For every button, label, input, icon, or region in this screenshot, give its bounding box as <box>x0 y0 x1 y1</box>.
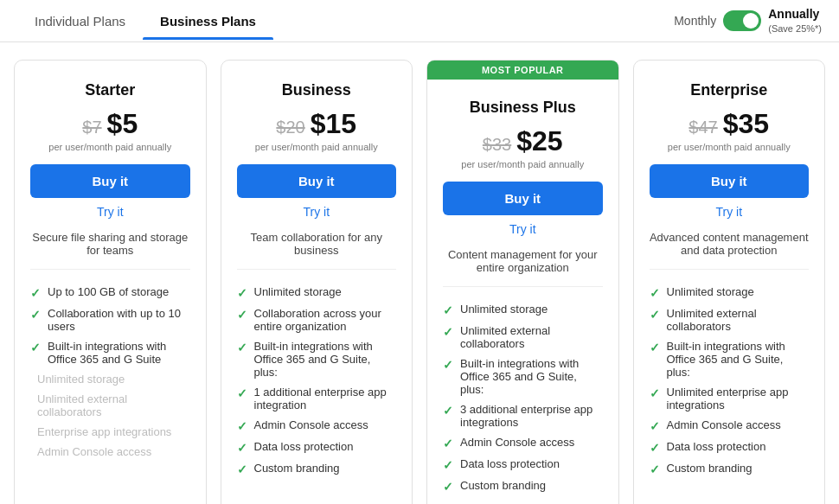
plan-card-business-plus: MOST POPULAR Business Plus $33 $25 per u… <box>426 60 619 504</box>
feature-item: ✓Built-in integrations with Office 365 a… <box>650 336 810 382</box>
old-price-business-plus: $33 <box>483 135 511 155</box>
check-icon: ✓ <box>237 341 247 354</box>
feature-item: ✓Built-in integrations with Office 365 a… <box>443 354 603 399</box>
feature-item: ✓3 additional enterprise app integration… <box>443 399 603 432</box>
billing-toggle: Monthly Annually (Save 25%*) <box>674 0 822 41</box>
plan-desc-starter: Secure file sharing and storage for team… <box>30 231 190 270</box>
price-note-business: per user/month paid annually <box>237 142 397 152</box>
check-icon: ✓ <box>30 286 41 300</box>
try-link-starter[interactable]: Try it <box>30 205 190 219</box>
check-icon: ✓ <box>443 358 453 372</box>
new-price-starter: $5 <box>107 108 138 140</box>
new-price-business-plus: $25 <box>516 125 562 157</box>
feature-item: ✓Unlimited external collaborators <box>650 303 810 336</box>
old-price-enterprise: $47 <box>688 118 717 137</box>
feature-item: ✓Custom branding <box>237 458 397 480</box>
feature-item: ✓Unlimited enterprise app integrations <box>650 382 810 415</box>
feature-item-disabled: Unlimited external collaborators <box>30 389 190 422</box>
feature-item: ✓Admin Console access <box>237 415 397 437</box>
check-icon: ✓ <box>650 463 660 476</box>
plan-name-enterprise: Enterprise <box>650 81 810 99</box>
feature-item: ✓Built-in integrations with Office 365 a… <box>237 336 397 382</box>
price-note-enterprise: per user/month paid annually <box>650 142 810 152</box>
popular-badge: MOST POPULAR <box>427 61 618 80</box>
check-icon: ✓ <box>443 480 453 494</box>
check-icon: ✓ <box>443 437 453 450</box>
feature-item: ✓Admin Console access <box>650 415 810 437</box>
check-icon: ✓ <box>650 441 660 455</box>
feature-item: ✓Unlimited storage <box>650 282 810 303</box>
plan-card-starter: Starter $7 $5 per user/month paid annual… <box>14 60 207 504</box>
features-list-business: ✓Unlimited storage ✓Collaboration across… <box>237 282 397 480</box>
check-icon: ✓ <box>650 386 660 400</box>
check-icon: ✓ <box>650 341 660 354</box>
price-row-business-plus: $33 $25 <box>443 125 603 157</box>
check-icon: ✓ <box>650 308 660 322</box>
annually-label: Annually (Save 25%*) <box>768 7 822 35</box>
feature-item: ✓Unlimited external collaborators <box>443 321 603 354</box>
check-icon: ✓ <box>237 286 247 300</box>
try-link-business-plus[interactable]: Try it <box>443 222 603 236</box>
buy-button-starter[interactable]: Buy it <box>30 164 190 198</box>
plan-desc-business-plus: Content management for your entire organ… <box>443 248 603 287</box>
old-price-business: $20 <box>276 118 304 137</box>
feature-item: ✓Unlimited storage <box>443 299 603 321</box>
feature-item: ✓Up to 100 GB of storage <box>30 282 190 303</box>
feature-item: ✓Collaboration across your entire organi… <box>237 303 397 336</box>
old-price-starter: $7 <box>82 118 101 137</box>
plan-name-business: Business <box>237 81 397 99</box>
plan-desc-enterprise: Advanced content management and data pro… <box>650 231 810 270</box>
tab-business[interactable]: Business Plans <box>143 3 273 39</box>
features-list-enterprise: ✓Unlimited storage ✓Unlimited external c… <box>650 282 810 480</box>
price-note-business-plus: per user/month paid annually <box>443 159 603 169</box>
feature-item: ✓1 additional enterprise app integration <box>237 382 397 415</box>
try-link-enterprise[interactable]: Try it <box>650 205 810 219</box>
feature-item-disabled: Admin Console access <box>30 442 190 462</box>
price-note-starter: per user/month paid annually <box>30 142 190 152</box>
billing-switch[interactable] <box>723 10 761 31</box>
features-list-business-plus: ✓Unlimited storage ✓Unlimited external c… <box>443 299 603 497</box>
plan-name-starter: Starter <box>30 81 190 99</box>
feature-item: ✓Data loss protection <box>237 437 397 458</box>
features-list-starter: ✓Up to 100 GB of storage ✓Collaboration … <box>30 282 190 462</box>
buy-button-enterprise[interactable]: Buy it <box>650 164 810 198</box>
feature-item: ✓Collaboration with up to 10 users <box>30 303 190 336</box>
check-icon: ✓ <box>237 308 247 322</box>
price-row-enterprise: $47 $35 <box>650 108 810 140</box>
feature-item: ✓Built-in integrations with Office 365 a… <box>30 336 190 369</box>
plan-name-business-plus: Business Plus <box>443 99 603 117</box>
plan-card-enterprise: Enterprise $47 $35 per user/month paid a… <box>633 60 826 504</box>
plan-desc-business: Team collaboration for any business <box>237 231 397 270</box>
new-price-enterprise: $35 <box>723 108 769 140</box>
price-row-starter: $7 $5 <box>30 108 190 140</box>
plan-card-business: Business $20 $15 per user/month paid ann… <box>221 60 413 504</box>
check-icon: ✓ <box>443 325 453 339</box>
tab-individual[interactable]: Individual Plans <box>17 3 143 39</box>
check-icon: ✓ <box>650 419 660 433</box>
feature-item: ✓Custom branding <box>650 458 810 480</box>
buy-button-business[interactable]: Buy it <box>237 164 397 198</box>
check-icon: ✓ <box>30 308 41 322</box>
feature-item: ✓Unlimited storage <box>237 282 397 303</box>
check-icon: ✓ <box>237 441 247 455</box>
save-badge: (Save 25%*) <box>768 23 822 34</box>
feature-item: ✓Admin Console access <box>443 432 603 454</box>
check-icon: ✓ <box>237 386 247 400</box>
check-icon: ✓ <box>443 404 453 418</box>
feature-item: ✓Custom branding <box>443 475 603 497</box>
check-icon: ✓ <box>30 341 41 354</box>
check-icon: ✓ <box>443 458 453 472</box>
tabs-bar: Individual Plans Business Plans Monthly … <box>0 0 839 42</box>
check-icon: ✓ <box>443 303 453 317</box>
check-icon: ✓ <box>237 419 247 433</box>
check-icon: ✓ <box>237 463 247 476</box>
buy-button-business-plus[interactable]: Buy it <box>443 182 603 215</box>
plans-grid: Starter $7 $5 per user/month paid annual… <box>0 42 839 504</box>
feature-item: ✓Data loss protection <box>443 454 603 475</box>
feature-item-disabled: Enterprise app integrations <box>30 422 190 442</box>
try-link-business[interactable]: Try it <box>237 205 397 219</box>
price-row-business: $20 $15 <box>237 108 397 140</box>
monthly-label: Monthly <box>674 14 716 28</box>
feature-item: ✓Data loss protection <box>650 437 810 458</box>
new-price-business: $15 <box>311 108 356 140</box>
